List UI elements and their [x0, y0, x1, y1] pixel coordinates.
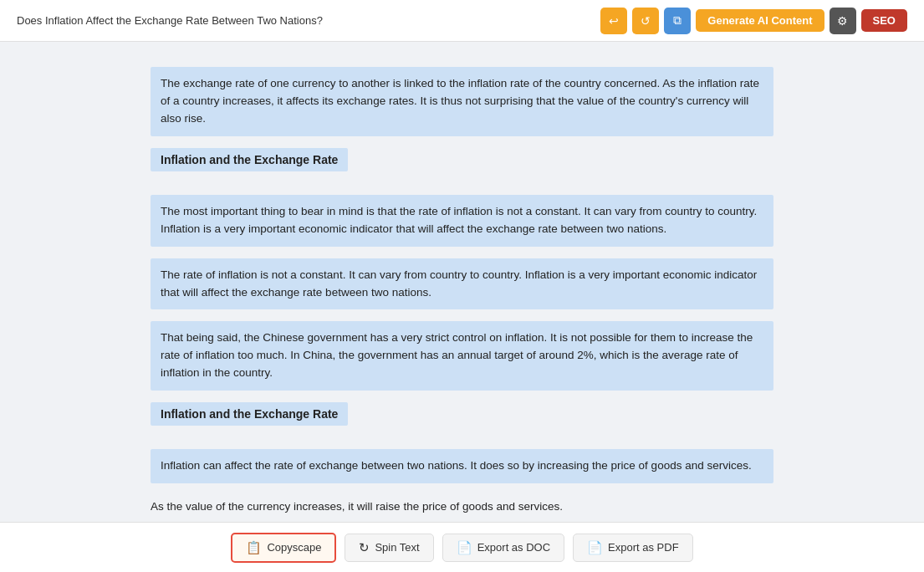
paragraph-1: The exchange rate of one currency to ano…: [151, 67, 773, 136]
generate-ai-button[interactable]: Generate AI Content: [696, 9, 824, 32]
settings-button[interactable]: ⚙: [830, 8, 856, 34]
heading-2-wrapper: Inflation and the Exchange Rate: [151, 402, 773, 437]
redo-button[interactable]: ↺: [632, 8, 659, 34]
copyscape-button[interactable]: 📋 Copyscape: [231, 533, 336, 563]
pdf-icon: 📄: [587, 540, 603, 555]
doc-icon: 📄: [457, 540, 472, 555]
undo-button[interactable]: ↩: [600, 8, 627, 34]
heading-1-wrapper: Inflation and the Exchange Rate: [151, 148, 773, 183]
spin-icon: ↻: [359, 540, 370, 555]
paragraph-5: Inflation can affect the rate of exchang…: [151, 449, 773, 483]
copy-button[interactable]: ⧉: [664, 8, 691, 34]
paragraph-2: The most important thing to bear in mind…: [151, 195, 773, 247]
bottom-toolbar: 📋 Copyscape ↻ Spin Text 📄 Export as DOC …: [0, 522, 924, 572]
main-content-area: The exchange rate of one currency to ano…: [0, 42, 924, 522]
page-title: Does Inflation Affect the Exchange Rate …: [17, 14, 600, 27]
export-doc-button[interactable]: 📄 Export as DOC: [442, 534, 564, 562]
top-bar: Does Inflation Affect the Exchange Rate …: [0, 0, 924, 42]
heading-1: Inflation and the Exchange Rate: [151, 148, 348, 171]
export-pdf-button[interactable]: 📄 Export as PDF: [573, 534, 693, 562]
spin-text-button[interactable]: ↻ Spin Text: [345, 534, 433, 562]
paragraph-3: The rate of inflation is not a constant.…: [151, 258, 773, 310]
heading-2: Inflation and the Exchange Rate: [151, 402, 348, 426]
copyscape-icon: 📋: [246, 540, 262, 555]
paragraph-6: As the value of the currency increases, …: [151, 495, 773, 519]
seo-button[interactable]: SEO: [861, 9, 907, 32]
paragraph-4: That being said, the Chinese government …: [151, 321, 773, 391]
toolbar-actions: ↩ ↺ ⧉ Generate AI Content ⚙ SEO: [600, 8, 907, 34]
